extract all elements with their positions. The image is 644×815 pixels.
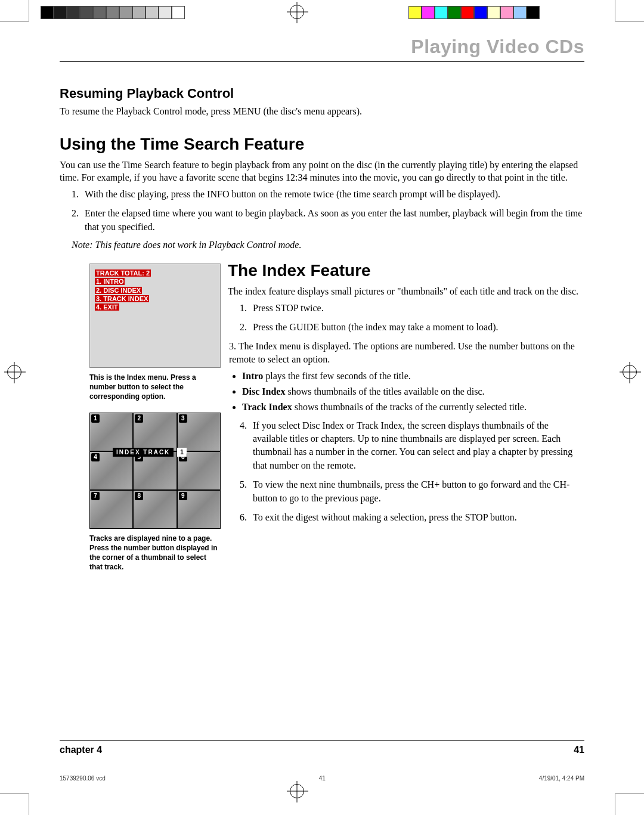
list-item: With the disc playing, press the INFO bu… (81, 188, 584, 201)
left-column: TRACK TOTAL: 2 1. INTRO 2. DISC INDEX 3.… (60, 261, 209, 582)
list-item: Enter the elapsed time where you want to… (81, 207, 584, 234)
registration-mark-icon (290, 5, 304, 19)
registration-mark-icon (290, 784, 304, 798)
bullet-list: Intro plays the first few seconds of the… (242, 370, 584, 414)
registration-mark-icon (623, 365, 637, 379)
body-text: The index feature displays small picture… (228, 285, 584, 298)
menu-line: TRACK TOTAL: 2 (95, 269, 151, 277)
menu-line: 3. TRACK INDEX (95, 295, 149, 302)
heading-time-search: Using the Time Search Feature (60, 135, 584, 154)
list-item: Intro plays the first few seconds of the… (242, 370, 584, 383)
right-column: The Index Feature The index feature disp… (228, 261, 584, 582)
registration-mark-icon (7, 365, 21, 379)
slug-page: 41 (319, 775, 326, 782)
body-text: You can use the Time Search feature to b… (60, 159, 584, 184)
page-content: Playing Video CDs Resuming Playback Cont… (60, 36, 584, 755)
note-text: Note: This feature does not work in Play… (72, 240, 584, 250)
slug-timestamp: 4/19/01, 4:24 PM (539, 775, 584, 782)
menu-line: 4. EXIT (95, 303, 119, 311)
list-item: Press the GUIDE button (the index may ta… (249, 321, 584, 334)
heading-index-feature: The Index Feature (228, 261, 584, 280)
index-menu-screenshot: TRACK TOTAL: 2 1. INTRO 2. DISC INDEX 3.… (89, 264, 221, 368)
index-track-number: 1 (177, 448, 187, 457)
chapter-label: chapter 4 (60, 745, 102, 755)
body-text: To resume the Playback Control mode, pre… (60, 105, 584, 118)
color-swatches (408, 6, 540, 19)
heading-resuming-playback: Resuming Playback Control (60, 86, 584, 101)
list-item: Disc Index shows thumbnails of the title… (242, 385, 584, 398)
steps-list: With the disc playing, press the INFO bu… (70, 188, 584, 234)
list-item: If you select Disc Index or Track Index,… (249, 419, 584, 473)
steps-list: Press STOP twice. Press the GUIDE button… (239, 302, 584, 334)
figure-caption: This is the Index menu. Press a number b… (89, 373, 221, 402)
list-item: Track Index shows thumbnails of the trac… (242, 401, 584, 414)
index-track-label: INDEX TRACK (113, 448, 174, 457)
list-item: Press STOP twice. (249, 302, 584, 315)
thumbnail-grid-screenshot: 1 2 3 4 5 6 7 8 9 INDEX TRACK 1 (89, 413, 221, 529)
page-footer: chapter 4 41 (60, 740, 584, 755)
steps-list: If you select Disc Index or Track Index,… (239, 419, 584, 525)
print-slug-line: 15739290.06 vcd 41 4/19/01, 4:24 PM (60, 775, 584, 782)
figure-caption: Tracks are displayed nine to a page. Pre… (89, 534, 221, 572)
page-number: 41 (574, 745, 584, 755)
running-head: Playing Video CDs (60, 36, 584, 62)
menu-line: 1. INTRO (95, 278, 125, 285)
list-item: To exit the digest without making a sele… (249, 511, 584, 524)
body-text: 3. The Index menu is displayed. The opti… (229, 340, 584, 365)
grayscale-swatches (41, 6, 185, 19)
menu-line: 2. DISC INDEX (95, 287, 142, 294)
list-item: To view the next nine thumbnails, press … (249, 478, 584, 505)
slug-filename: 15739290.06 vcd (60, 775, 106, 782)
